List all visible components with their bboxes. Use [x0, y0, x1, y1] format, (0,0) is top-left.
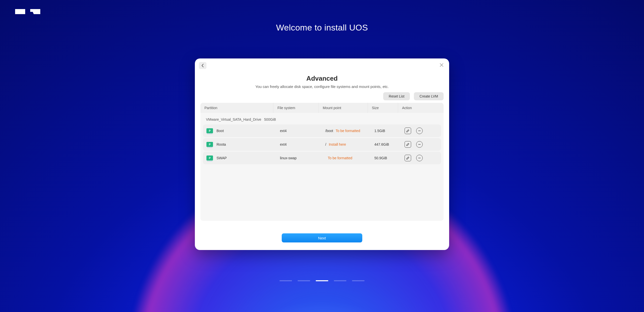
step-dot [352, 280, 365, 281]
dialog-subtitle: You can freely allocate disk space, conf… [195, 84, 449, 89]
minus-icon [418, 156, 421, 160]
branding-blocks [15, 9, 40, 14]
partition-row[interactable]: P Boot ext4 /boot To be formatted 1.5GiB [203, 124, 441, 137]
partition-status: To be formatted [336, 129, 360, 133]
dialog-title: Advanced [195, 75, 449, 82]
brand-block-a [15, 9, 25, 14]
minus-icon [418, 129, 421, 133]
partition-status: Install here [329, 142, 346, 146]
edit-partition-button[interactable] [405, 155, 411, 161]
partition-icon: P [206, 141, 213, 148]
drive-size: 500GiB [264, 117, 276, 121]
col-header-mount: Mount point [319, 103, 368, 113]
step-dot [334, 280, 346, 281]
step-indicator [279, 280, 365, 281]
col-header-size: Size [368, 103, 398, 113]
drive-name: VMware_Virtual_SATA_Hard_Drive [206, 117, 261, 121]
edit-partition-button[interactable] [405, 141, 411, 148]
step-dot [279, 280, 292, 281]
next-button[interactable]: Next [282, 233, 362, 242]
remove-partition-button[interactable] [416, 128, 423, 134]
partition-size: 1.5GiB [370, 124, 401, 137]
partition-row[interactable]: P SWAP linux-swap To be formatted 50.9Gi… [203, 152, 441, 164]
partition-fs: linux-swap [276, 152, 321, 164]
step-dot [316, 280, 328, 281]
partition-icon: P [206, 154, 213, 162]
partition-mount: To be formatted [321, 152, 370, 164]
partition-name: Roota [217, 142, 226, 146]
edit-icon [406, 129, 410, 133]
col-header-filesystem: File system [273, 103, 319, 113]
back-button[interactable] [199, 62, 206, 69]
chevron-left-icon [201, 64, 204, 67]
col-header-action: Action [398, 103, 444, 113]
partition-table: Partition File system Mount point Size A… [200, 103, 444, 221]
advanced-dialog: Advanced You can freely allocate disk sp… [195, 58, 449, 250]
partition-fs: ext4 [276, 124, 321, 137]
close-button[interactable] [439, 62, 445, 68]
drive-row: VMware_Virtual_SATA_Hard_Drive 500GiB [200, 113, 444, 123]
partition-name: Boot [217, 129, 224, 133]
edit-icon [406, 156, 410, 160]
partition-status: To be formatted [328, 156, 352, 160]
step-dot [298, 280, 310, 281]
edit-icon [406, 143, 410, 146]
minus-icon [418, 143, 421, 146]
create-lvm-button[interactable]: Create LVM [414, 92, 444, 100]
table-header: Partition File system Mount point Size A… [200, 103, 444, 113]
partition-mount: /boot To be formatted [321, 124, 370, 137]
partition-size: 447.6GiB [370, 138, 401, 151]
partition-icon: P [206, 127, 213, 135]
partition-name: SWAP [217, 156, 227, 160]
close-icon [440, 63, 443, 67]
partition-fs: ext4 [276, 138, 321, 151]
remove-partition-button[interactable] [416, 141, 423, 148]
brand-block-b [30, 9, 40, 14]
partition-mount: / Install here [321, 138, 370, 151]
page-headline: Welcome to install UOS [276, 23, 368, 33]
col-header-partition: Partition [200, 103, 273, 113]
reset-list-button[interactable]: Reset List [383, 92, 410, 100]
partition-row[interactable]: P Roota ext4 / Install here 447.6GiB [203, 138, 441, 151]
edit-partition-button[interactable] [405, 128, 411, 134]
partition-size: 50.9GiB [370, 152, 401, 164]
remove-partition-button[interactable] [416, 155, 423, 161]
